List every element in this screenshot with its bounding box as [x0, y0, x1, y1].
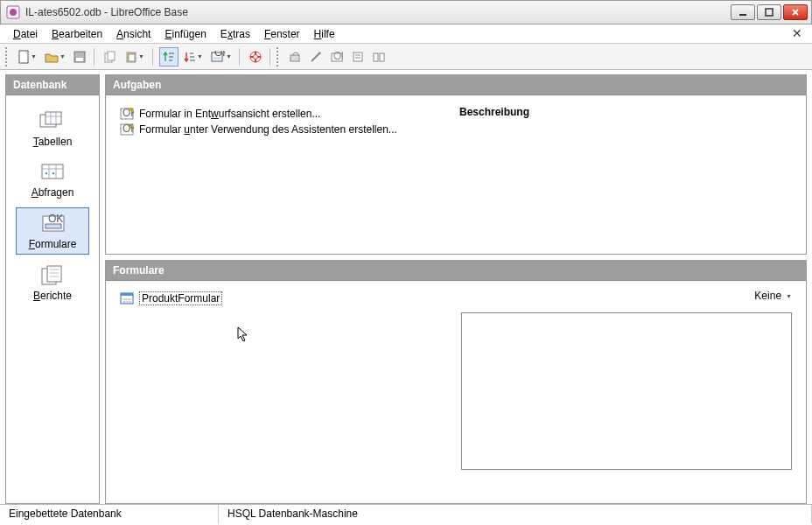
svg-rect-2 [739, 14, 746, 16]
menu-tools[interactable]: Extras [214, 26, 256, 42]
forms-header: Formulare [106, 261, 806, 281]
svg-text:OK: OK [122, 122, 134, 135]
database-sidebar: Datenbank Tabellen Abfragen OK Formulare… [5, 74, 100, 504]
forms-panel: Formulare ProduktFormular Keine ▼ [105, 260, 807, 504]
sidebar-item-queries[interactable]: Abfragen [16, 157, 89, 202]
svg-rect-21 [380, 53, 384, 61]
svg-rect-19 [354, 52, 362, 61]
menu-view[interactable]: Ansicht [110, 26, 157, 42]
copy-button[interactable] [101, 47, 120, 66]
tool-3[interactable]: OK [327, 47, 346, 66]
sidebar-item-label: Abfragen [32, 186, 74, 199]
svg-rect-20 [374, 53, 378, 61]
menu-file[interactable]: Datei [7, 26, 44, 42]
cursor-icon [237, 326, 249, 342]
form-design-icon: OK [120, 107, 134, 121]
svg-point-32 [129, 108, 132, 111]
paste-button[interactable]: ▼ [122, 47, 148, 66]
svg-rect-8 [108, 52, 115, 60]
window-controls [731, 4, 808, 20]
sidebar-item-forms[interactable]: OK Formulare [16, 207, 89, 255]
menu-edit[interactable]: Bearbeiten [46, 26, 108, 42]
task-label: Formular unter Verwendung des Assistente… [139, 123, 397, 136]
main-column: Aufgaben OK Formular in Entwurfsansicht … [105, 74, 807, 504]
toolbar-handle-2[interactable] [276, 47, 280, 66]
maximize-button[interactable] [757, 4, 781, 20]
svg-rect-6 [76, 58, 83, 61]
tasks-panel: Aufgaben OK Formular in Entwurfsansicht … [105, 74, 807, 255]
sort-asc-button[interactable] [159, 47, 178, 66]
reports-icon [38, 265, 66, 286]
svg-text:OK: OK [122, 107, 134, 119]
svg-rect-36 [121, 293, 133, 296]
window-title: IL-ates6502.odb - LibreOffice Base [25, 6, 731, 18]
sidebar-item-tables[interactable]: Tabellen [16, 106, 89, 151]
new-doc-button[interactable]: ▼ [14, 47, 40, 66]
sidebar-item-label: Formulare [29, 238, 77, 250]
sidebar-item-label: Berichte [33, 290, 72, 302]
queries-icon [38, 162, 66, 183]
menubar: Datei Bearbeiten Ansicht Einfügen Extras… [0, 24, 812, 44]
app-body: Datenbank Tabellen Abfragen OK Formulare… [0, 70, 812, 504]
description-header: Beschreibung [459, 106, 792, 118]
forms-icon: OK [38, 214, 66, 234]
form-list-item[interactable]: ProduktFormular [120, 291, 222, 305]
menu-insert[interactable]: Einfügen [158, 26, 212, 42]
save-button[interactable] [70, 47, 89, 66]
close-button[interactable] [783, 4, 808, 20]
toolbar-handle[interactable] [5, 47, 9, 66]
description-column: Beschreibung [459, 106, 792, 243]
app-icon [6, 5, 20, 19]
status-db-engine: HSQL Datenbank-Maschine [219, 505, 812, 523]
tool-2[interactable] [306, 47, 326, 66]
help-button[interactable] [246, 47, 265, 66]
preview-pane [461, 312, 792, 470]
svg-point-15 [254, 54, 258, 59]
status-embedded-db: Eingebettete Datenbank [0, 505, 219, 523]
toolbar: ▼ ▼ ▼ ▼ OK▼ OK [0, 44, 812, 70]
tool-4[interactable] [348, 47, 368, 66]
svg-point-1 [10, 9, 17, 16]
sidebar-item-reports[interactable]: Berichte [16, 260, 89, 305]
open-button[interactable]: ▼ [42, 47, 68, 66]
sidebar-item-label: Tabellen [33, 136, 73, 148]
tool-5[interactable] [369, 47, 388, 66]
sort-desc-button[interactable]: ▼ [180, 47, 206, 66]
chevron-down-icon: ▼ [786, 293, 792, 299]
svg-rect-3 [766, 9, 773, 16]
form-icon [120, 291, 134, 305]
task-label: Formular in Entwurfsansicht erstellen... [139, 108, 320, 120]
tool-1[interactable] [285, 47, 304, 66]
menu-window[interactable]: Fenster [258, 26, 306, 42]
tasks-header: Aufgaben [106, 75, 806, 95]
svg-rect-24 [42, 164, 63, 178]
form-wizard-icon: OK [120, 122, 134, 136]
task-create-design[interactable]: OK Formular in Entwurfsansicht erstellen… [120, 106, 451, 122]
svg-rect-29 [47, 266, 61, 282]
statusbar: Eingebettete Datenbank HSQL Datenbank-Ma… [0, 504, 812, 523]
close-document-button[interactable]: ✕ [789, 26, 805, 40]
task-create-wizard[interactable]: OK Formular unter Verwendung des Assiste… [120, 122, 451, 137]
svg-rect-10 [129, 54, 135, 61]
svg-text:OK: OK [48, 214, 63, 225]
menu-help[interactable]: Hilfe [308, 26, 341, 42]
form-button[interactable]: OK▼ [208, 47, 234, 66]
form-item-name: ProduktFormular [139, 291, 222, 305]
svg-text:OK: OK [214, 51, 225, 59]
svg-rect-23 [46, 112, 61, 124]
titlebar: IL-ates6502.odb - LibreOffice Base [0, 0, 812, 24]
sidebar-header: Datenbank [6, 75, 99, 95]
svg-rect-16 [290, 55, 299, 61]
view-mode-dropdown[interactable]: Keine ▼ [754, 290, 792, 302]
svg-text:OK: OK [333, 51, 343, 62]
tables-icon [38, 111, 66, 132]
task-list: OK Formular in Entwurfsansicht erstellen… [120, 106, 451, 243]
minimize-button[interactable] [731, 4, 755, 20]
view-mode-label: Keine [754, 290, 781, 302]
